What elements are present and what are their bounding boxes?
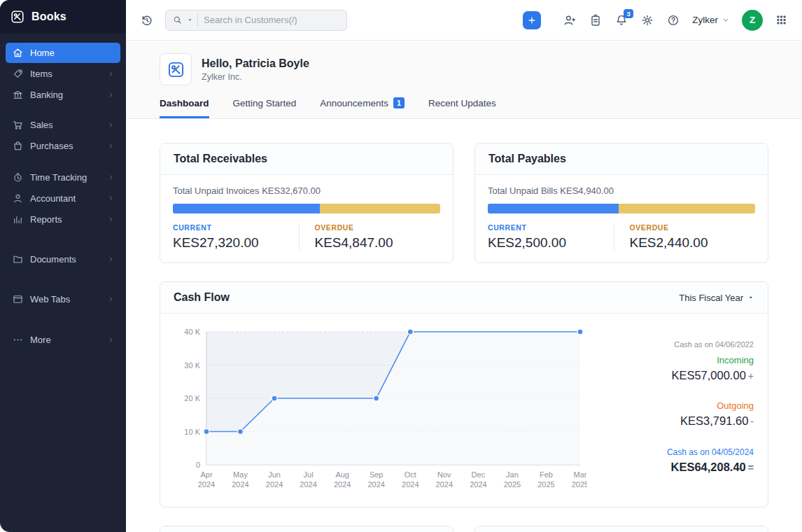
cash-flow-title: Cash Flow xyxy=(174,291,230,304)
period-label: This Fiscal Year xyxy=(679,293,743,303)
chevron-right-icon xyxy=(107,336,115,344)
main-area: 3 Zylker Z Hello, Patricia Boyle xyxy=(126,0,802,532)
svg-text:2025: 2025 xyxy=(504,480,521,489)
svg-text:May: May xyxy=(233,470,248,479)
svg-text:2024: 2024 xyxy=(470,480,486,489)
current-value: KES2,500.00 xyxy=(488,235,614,251)
svg-text:Jul: Jul xyxy=(304,470,314,479)
closing-balance-link[interactable]: Cash as on 04/05/2024 xyxy=(604,447,754,457)
sidebar-item-more[interactable]: More xyxy=(6,330,120,350)
payables-subtitle: Total Unpaid Bills KES4,940.00 xyxy=(488,186,755,196)
help-icon[interactable] xyxy=(666,13,680,27)
svg-text:2025: 2025 xyxy=(572,480,587,489)
incoming-value: KES57,000.00+ xyxy=(604,369,754,382)
company-name: Zylker Inc. xyxy=(202,72,309,82)
quick-create-button[interactable] xyxy=(523,11,541,29)
total-payables-card: Total Payables Total Unpaid Bills KES4,9… xyxy=(474,143,768,263)
topbar-actions: 3 Zylker Z xyxy=(523,10,788,31)
cashflow-chart: 010 K20 K30 K40 KApr2024May2024Jun2024Ju… xyxy=(167,322,587,498)
sidebar-item-items[interactable]: Items xyxy=(6,64,120,84)
sidebar-item-purchases[interactable]: Purchases xyxy=(6,136,120,156)
outgoing-amount: KES3,791.60 xyxy=(680,414,748,427)
svg-text:2024: 2024 xyxy=(198,480,215,489)
folder-icon xyxy=(12,253,24,265)
dashboard-tabs: DashboardGetting StartedAnnouncements1Re… xyxy=(160,97,768,118)
search-scope-caret-icon[interactable] xyxy=(186,16,194,24)
apps-grid-icon[interactable] xyxy=(775,13,788,27)
sidebar-item-web-tabs[interactable]: Web Tabs xyxy=(6,289,120,309)
cart-icon xyxy=(12,119,24,131)
dashboard-header: Hello, Patricia Boyle Zylker Inc. Dashbo… xyxy=(126,41,802,119)
svg-text:Jan: Jan xyxy=(506,470,519,479)
org-switcher[interactable]: Zylker xyxy=(692,15,730,25)
svg-text:2024: 2024 xyxy=(402,480,418,489)
chevron-right-icon xyxy=(107,295,115,303)
top-expenses-card: Your Top Expenses xyxy=(474,526,768,532)
payables-progress-bar xyxy=(488,204,755,214)
chevron-right-icon xyxy=(107,255,115,263)
sidebar-item-reports[interactable]: Reports xyxy=(6,209,120,230)
notifications-button[interactable]: 3 xyxy=(614,13,628,27)
greeting-text: Hello, Patricia Boyle xyxy=(202,57,309,70)
outgoing-label: Outgoing xyxy=(604,400,754,411)
dashboard-content: Total Receivables Total Unpaid Invoices … xyxy=(126,119,802,532)
tab-dashboard[interactable]: Dashboard xyxy=(160,97,209,118)
recent-history-icon[interactable] xyxy=(140,13,154,27)
notepad-icon[interactable] xyxy=(589,13,603,27)
overdue-label: OVERDUE xyxy=(315,223,441,232)
svg-text:2025: 2025 xyxy=(537,480,554,489)
payables-overdue-block[interactable]: OVERDUE KES2,440.00 xyxy=(614,223,756,251)
chevron-right-icon xyxy=(107,91,115,99)
outgoing-value: KES3,791.60- xyxy=(604,414,754,428)
tab-announcements[interactable]: Announcements1 xyxy=(320,97,404,118)
tab-getting-started[interactable]: Getting Started xyxy=(233,97,297,118)
cash-flow-card: Cash Flow This Fiscal Year 010 K20 K30 K… xyxy=(160,281,768,507)
svg-text:Dec: Dec xyxy=(472,470,486,479)
tab-label: Announcements xyxy=(320,98,388,108)
svg-text:Jun: Jun xyxy=(268,470,281,479)
receivables-current-bar xyxy=(173,204,320,214)
cashflow-chart-area: 010 K20 K30 K40 KApr2024May2024Jun2024Ju… xyxy=(167,322,604,501)
sidebar-item-home[interactable]: Home xyxy=(6,43,120,63)
user-plus-icon[interactable] xyxy=(563,13,577,27)
sidebar-item-documents[interactable]: Documents xyxy=(6,249,120,270)
receivables-subtitle: Total Unpaid Invoices KES32,670.00 xyxy=(173,186,440,196)
sidebar-item-sales[interactable]: Sales xyxy=(6,115,120,135)
cashflow-summary: Cash as on 04/06/2022 Incoming KES57,000… xyxy=(604,322,757,501)
svg-text:Feb: Feb xyxy=(540,470,553,479)
sidebar-item-label: Time Tracking xyxy=(30,172,101,183)
sidebar-item-label: Sales xyxy=(30,120,101,130)
chevron-right-icon xyxy=(107,216,115,223)
tab-label: Recent Updates xyxy=(428,98,496,108)
overdue-value: KES4,847.00 xyxy=(315,235,441,251)
plus-sign: + xyxy=(748,370,754,382)
app-name: Books xyxy=(31,10,66,23)
fiscal-year-dropdown[interactable]: This Fiscal Year xyxy=(679,293,754,303)
search-input[interactable] xyxy=(197,14,340,27)
user-avatar[interactable]: Z xyxy=(742,10,763,31)
sidebar-item-accountant[interactable]: Accountant xyxy=(6,188,120,209)
current-label: CURRENT xyxy=(488,223,614,232)
tag-icon xyxy=(12,68,24,80)
search-icon xyxy=(172,15,183,25)
closing-value: KES64,208.40= xyxy=(604,461,754,474)
settings-gear-icon[interactable] xyxy=(640,13,654,27)
clock-icon xyxy=(12,172,24,183)
payables-current-block[interactable]: CURRENT KES2,500.00 xyxy=(488,223,614,251)
receivables-overdue-block[interactable]: OVERDUE KES4,847.00 xyxy=(299,223,441,251)
svg-text:Apr: Apr xyxy=(200,470,212,479)
sidebar-item-time-tracking[interactable]: Time Tracking xyxy=(6,167,120,188)
svg-text:Aug: Aug xyxy=(335,470,349,479)
closing-amount: KES64,208.40 xyxy=(670,461,745,473)
current-value: KES27,320.00 xyxy=(173,235,299,251)
announcements-badge: 1 xyxy=(393,97,404,108)
incoming-amount: KES57,000.00 xyxy=(671,369,745,382)
opening-balance-label: Cash as on 04/06/2022 xyxy=(604,340,754,349)
receivables-current-block[interactable]: CURRENT KES27,320.00 xyxy=(173,223,299,251)
top-expenses-title: Your Top Expenses xyxy=(475,526,768,532)
minus-sign: - xyxy=(750,416,754,427)
tab-recent-updates[interactable]: Recent Updates xyxy=(428,97,496,118)
sidebar-item-banking[interactable]: Banking xyxy=(6,85,120,105)
search-box[interactable] xyxy=(165,10,347,31)
total-receivables-card: Total Receivables Total Unpaid Invoices … xyxy=(160,143,453,263)
